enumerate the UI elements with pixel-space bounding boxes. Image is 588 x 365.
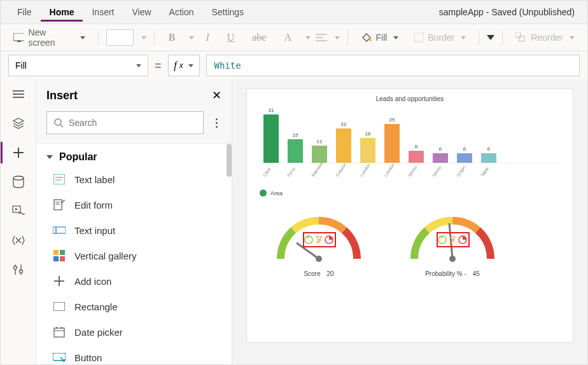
rail-insert[interactable] <box>11 146 25 160</box>
chevron-down-icon <box>335 36 340 39</box>
separator <box>154 30 155 45</box>
scrollbar[interactable] <box>227 144 232 177</box>
chevron-down-icon <box>461 36 466 39</box>
chevron-down-icon <box>136 64 141 67</box>
bar: 6 <box>456 146 473 163</box>
svg-rect-6 <box>414 33 423 42</box>
theme-swatch[interactable] <box>106 29 134 46</box>
equals-sign: = <box>155 59 162 72</box>
fx-button[interactable]: fx <box>168 55 200 76</box>
paint-bucket-icon <box>361 32 372 43</box>
close-icon[interactable]: ✕ <box>212 88 221 102</box>
text-input-icon <box>53 224 66 237</box>
property-selector[interactable]: Fill <box>8 55 148 76</box>
button-icon <box>53 351 66 364</box>
screen-icon <box>13 33 24 42</box>
reorder-icon <box>515 32 527 43</box>
insert-text-label[interactable]: Text label <box>36 167 232 192</box>
svg-rect-31 <box>60 250 65 255</box>
legend-label: Area <box>270 190 283 196</box>
reorder-button[interactable]: Reorder <box>510 30 580 45</box>
menu-file[interactable]: File <box>8 3 41 21</box>
gallery-icon <box>53 249 66 262</box>
svg-point-46 <box>316 256 322 262</box>
fill-button[interactable]: Fill <box>356 29 404 46</box>
menu-settings[interactable]: Settings <box>203 3 253 21</box>
item-label: Edit form <box>74 200 113 210</box>
insert-vertical-gallery[interactable]: Vertical gallery <box>36 243 232 268</box>
bar: 15 <box>286 132 304 163</box>
rail-variables[interactable] <box>11 233 25 247</box>
chart-title: Leads and opportunities <box>260 95 560 102</box>
svg-rect-36 <box>53 302 65 311</box>
border-icon <box>414 32 424 43</box>
menu-home[interactable]: Home <box>41 3 83 22</box>
bar: 25 <box>383 117 401 163</box>
chevron-down-icon <box>188 64 193 67</box>
app-canvas[interactable]: Leads and opportunities 3115112216258666… <box>246 88 573 343</box>
underline-button[interactable]: U <box>221 32 241 43</box>
menubar: File Home Insert View Action Settings sa… <box>1 1 587 24</box>
property-label: Fill <box>15 60 27 71</box>
group-label: Popular <box>59 151 97 163</box>
svg-rect-22 <box>53 174 65 184</box>
main-area: Insert ✕ Popular Text label Edit form <box>1 79 587 364</box>
svg-rect-7 <box>515 32 521 38</box>
plus-icon <box>12 146 25 159</box>
canvas-area: Leads and opportunities 3115112216258666… <box>232 79 587 364</box>
rectangle-icon <box>53 300 66 313</box>
rail-advanced[interactable] <box>11 263 25 277</box>
svg-point-19 <box>19 270 22 273</box>
gauge-label-text: Score <box>304 270 320 277</box>
text-label-icon <box>53 173 66 186</box>
insert-edit-form[interactable]: Edit form <box>36 192 232 217</box>
gauge-value: 45 <box>473 270 480 277</box>
insert-button[interactable]: Button <box>36 345 232 364</box>
rail-hamburger[interactable] <box>11 87 25 101</box>
group-popular[interactable]: Popular <box>36 144 232 167</box>
search-field[interactable] <box>69 118 197 128</box>
svg-rect-33 <box>60 256 65 261</box>
italic-button[interactable]: I <box>199 32 215 43</box>
new-screen-button[interactable]: New screen <box>8 25 90 50</box>
database-icon <box>13 176 24 188</box>
border-button[interactable]: Border <box>409 30 471 45</box>
search-input[interactable] <box>46 111 204 134</box>
align-icon[interactable] <box>316 33 327 42</box>
chevron-down-icon <box>46 155 53 159</box>
gauge-probability: Probability % - 45 <box>405 208 500 277</box>
bold-button[interactable]: B <box>162 32 182 43</box>
settings-sliders-icon <box>13 263 24 276</box>
menu-insert[interactable]: Insert <box>83 3 123 21</box>
legend-swatch <box>260 189 267 196</box>
font-color-button[interactable]: A <box>277 32 298 43</box>
insert-rectangle[interactable]: Rectangle <box>36 294 232 319</box>
collapse-ribbon-icon[interactable] <box>487 35 494 40</box>
insert-add-icon[interactable]: Add icon <box>36 268 232 294</box>
border-label: Border <box>428 32 454 43</box>
menu-action[interactable]: Action <box>160 3 203 21</box>
gauges-row: Score 20 <box>260 208 560 277</box>
item-label: Add icon <box>74 276 111 287</box>
separator <box>479 30 479 45</box>
svg-rect-1 <box>17 41 21 42</box>
rail-tree-view[interactable] <box>11 116 25 130</box>
svg-point-14 <box>13 176 24 180</box>
fill-label: Fill <box>376 32 388 43</box>
insert-pane: Insert ✕ Popular Text label Edit form <box>36 79 232 364</box>
formula-bar: Fill = fx White <box>1 52 587 79</box>
strike-button[interactable]: abc <box>246 32 272 43</box>
menu-view[interactable]: View <box>123 3 160 21</box>
separator <box>98 30 99 45</box>
rail-media[interactable] <box>11 204 25 218</box>
chevron-down-icon <box>189 36 194 39</box>
item-label: Text label <box>74 174 115 185</box>
insert-date-picker[interactable]: Date picker <box>36 319 232 345</box>
bar: 22 <box>335 121 353 163</box>
insert-text-input[interactable]: Text input <box>36 217 232 243</box>
more-options-icon[interactable] <box>211 118 221 128</box>
rail-data[interactable] <box>11 175 25 189</box>
bar: 31 <box>262 107 280 163</box>
formula-input[interactable]: White <box>206 55 580 76</box>
calendar-icon <box>53 326 66 338</box>
